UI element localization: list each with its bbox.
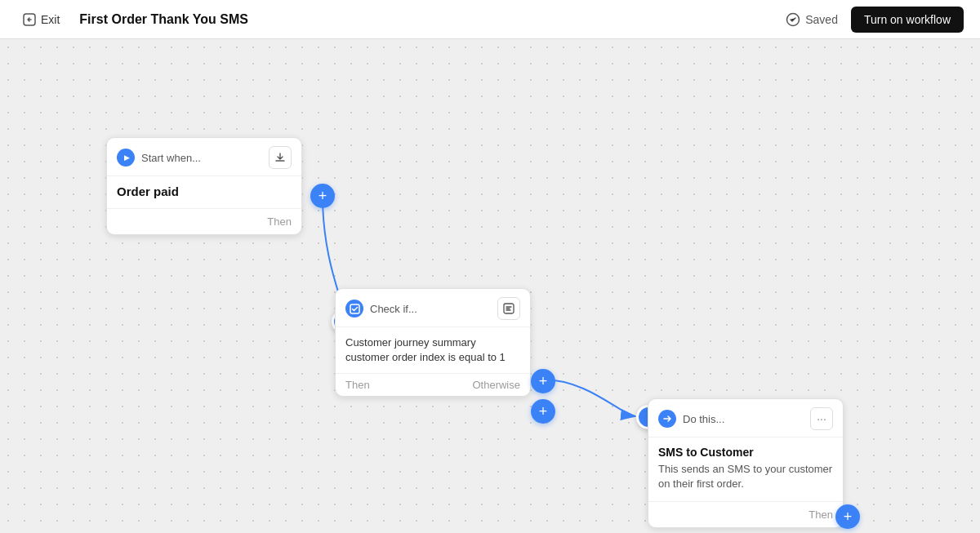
check-then-label: Then — [345, 379, 370, 391]
workflow-canvas: ▶ Start when... Order paid Then + — [0, 39, 980, 533]
saved-status: Saved — [786, 12, 838, 27]
app-header: Exit First Order Thank You SMS Saved Tur… — [0, 0, 980, 39]
check-otherwise-item: Otherwise — [472, 379, 520, 391]
do-node-header: Do this... ··· — [648, 399, 843, 438]
add-after-check-otherwise-button[interactable]: + — [531, 399, 555, 424]
check-node-condition: Customer journey summary customer order … — [336, 327, 530, 373]
exit-label: Exit — [41, 13, 60, 26]
do-node-label: Do this... — [683, 413, 724, 425]
do-node-sms-title: SMS to Customer — [658, 446, 833, 459]
do-icon — [658, 410, 676, 428]
start-node-body: Order paid — [107, 176, 301, 208]
page-title: First Order Thank You SMS — [79, 12, 248, 27]
start-node: ▶ Start when... Order paid Then — [106, 137, 302, 235]
start-node-download-icon[interactable] — [269, 146, 292, 169]
check-node-action-icon[interactable] — [497, 297, 520, 320]
play-icon: ▶ — [117, 149, 135, 167]
turn-on-button[interactable]: Turn on workflow — [851, 7, 964, 33]
add-after-start-button[interactable]: + — [310, 184, 335, 208]
do-node-footer: Then — [648, 501, 843, 527]
add-after-do-button[interactable]: + — [835, 504, 860, 529]
check-node-header-left: Check if... — [345, 300, 417, 318]
start-node-footer: Then — [107, 208, 301, 234]
start-node-header-left: ▶ Start when... — [117, 149, 201, 167]
check-node: Check if... Customer journey summary cus… — [335, 288, 531, 397]
header-right: Saved Turn on workflow — [786, 7, 964, 33]
check-then-item: Then — [345, 379, 370, 391]
saved-label: Saved — [805, 13, 838, 26]
check-node-label: Check if... — [370, 303, 417, 315]
do-node-menu-icon[interactable]: ··· — [810, 407, 833, 430]
start-node-label: Start when... — [141, 152, 201, 164]
start-node-then-label: Then — [267, 215, 292, 228]
do-node-body: SMS to Customer This sends an SMS to you… — [648, 438, 843, 501]
check-otherwise-label: Otherwise — [472, 379, 520, 391]
check-node-footer: Then Otherwise — [336, 373, 530, 396]
start-node-body-title: Order paid — [117, 184, 292, 198]
exit-button[interactable]: Exit — [16, 10, 66, 29]
do-node: Do this... ··· SMS to Customer This send… — [648, 398, 844, 528]
do-node-header-left: Do this... — [658, 410, 724, 428]
do-node-then-label: Then — [808, 509, 833, 521]
do-node-sms-desc: This sends an SMS to your customer on th… — [658, 462, 833, 491]
saved-icon — [786, 12, 800, 27]
start-node-header: ▶ Start when... — [107, 138, 301, 176]
add-after-check-then-button[interactable]: + — [531, 369, 555, 393]
check-node-header: Check if... — [336, 289, 530, 327]
exit-icon — [23, 13, 36, 26]
header-left: Exit First Order Thank You SMS — [16, 10, 248, 29]
check-icon — [345, 300, 363, 318]
